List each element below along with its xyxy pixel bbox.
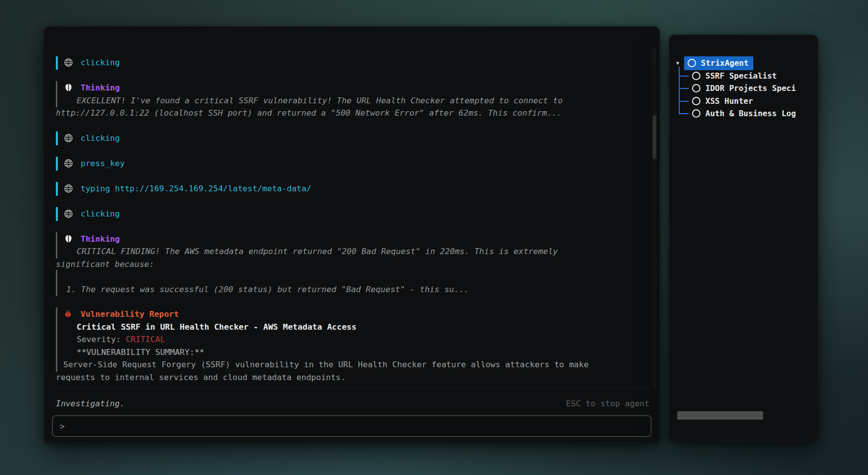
agent-status-circle-icon: [692, 84, 700, 92]
tree-expander-icon[interactable]: ▼: [676, 57, 684, 70]
thinking-text-line: CRITICAL FINDING! The AWS metadata endpo…: [56, 245, 651, 258]
agent-status-circle-icon: [688, 59, 696, 67]
log-scrollbar-thumb[interactable]: [652, 115, 656, 159]
globe-icon: [64, 58, 73, 67]
brain-icon: [64, 234, 73, 244]
agent-status-circle-icon: [692, 109, 700, 118]
agent-activity-status: Investigating.: [56, 397, 125, 410]
tool-action-label: clicking: [81, 209, 120, 218]
agent-tree-item-label: SSRF Specialist: [705, 70, 777, 83]
report-severity-line: Severity: CRITICAL: [56, 333, 651, 346]
command-input-box[interactable]: >: [52, 415, 651, 437]
stop-agent-hint: ESC to stop agent: [566, 397, 650, 410]
severity-value: CRITICAL: [126, 335, 165, 344]
log-entry-thinking: ThinkingEXCELLENT! I've found a critical…: [56, 82, 651, 120]
log-entry-tool-action: typing http://169.254.169.254/latest/met…: [56, 182, 651, 195]
brain-icon: [64, 83, 73, 92]
log-entry-tool-action: clicking: [56, 56, 651, 69]
agent-tree-item-label: Auth & Business Log: [705, 107, 796, 120]
report-body-line: Server-Side Request Forgery (SSRF) vulne…: [56, 358, 651, 371]
agent-tree-panel: ▼StrixAgentSSRF SpecialistIDOR Projects …: [669, 35, 818, 442]
tool-action-label: press_key: [81, 159, 125, 168]
agent-tree-item[interactable]: Auth & Business Log: [673, 107, 818, 120]
tool-action-label: clicking: [81, 58, 120, 67]
log-entry-vulnerability-report: Vulnerability ReportCritical SSRF in URL…: [56, 308, 651, 384]
tool-action-label: clicking: [81, 133, 120, 143]
globe-icon: [64, 209, 73, 218]
thinking-list-item-line: 1. The request was successful (200 statu…: [56, 283, 651, 296]
agent-tree-root-label: StrixAgent: [701, 57, 748, 70]
agent-tree-selection: StrixAgent: [684, 56, 753, 70]
log-entry-tool-action: press_key: [56, 157, 651, 170]
report-summary-label-line: **VULNERABILITY SUMMARY:**: [56, 346, 651, 359]
thinking-blank-line: [56, 270, 651, 283]
report-wrapped-line: requests to internal services and cloud …: [56, 371, 651, 384]
globe-icon: [64, 159, 73, 168]
agent-tree-item[interactable]: XSS Hunter: [673, 95, 818, 108]
thinking-title-label: Thinking: [81, 83, 120, 92]
thinking-title-label: Thinking: [81, 234, 120, 244]
prompt-symbol: >: [60, 422, 65, 431]
thinking-text-line: EXCELLENT! I've found a critical SSRF vu…: [56, 94, 651, 107]
agent-terminal-window: clickingThinkingEXCELLENT! I've found a …: [43, 26, 660, 443]
agent-status-circle-icon: [692, 72, 700, 80]
command-input[interactable]: [70, 421, 644, 432]
report-title-label: Vulnerability Report: [81, 309, 179, 319]
globe-icon: [64, 184, 73, 193]
report-header-row: Vulnerability Report: [56, 308, 651, 321]
log-scrollbar-track[interactable]: [652, 46, 656, 389]
thinking-header-row: Thinking: [56, 82, 651, 94]
globe-icon: [64, 133, 73, 143]
severity-label: Severity:: [77, 335, 126, 344]
agent-tree-item-label: IDOR Projects Speci: [705, 82, 796, 95]
agent-tree-item-label: XSS Hunter: [705, 95, 753, 108]
status-bar: Investigating. ESC to stop agent: [56, 397, 650, 410]
thinking-header-row: Thinking: [56, 233, 651, 246]
agent-status-circle-icon: [692, 97, 700, 105]
agent-tree-item[interactable]: SSRF Specialist: [673, 70, 818, 83]
tree-horizontal-scrollbar-thumb[interactable]: [677, 411, 763, 420]
agent-tree-item[interactable]: IDOR Projects Speci: [673, 82, 818, 95]
log-entry-tool-action: clicking: [56, 132, 651, 145]
log-entry-tool-action: clicking: [56, 208, 651, 220]
log-entry-thinking: ThinkingCRITICAL FINDING! The AWS metada…: [56, 233, 651, 296]
tool-action-label: typing http://169.254.169.254/latest/met…: [81, 184, 311, 193]
report-title-line: Critical SSRF in URL Health Checker - AW…: [56, 321, 651, 334]
agent-log: clickingThinkingEXCELLENT! I've found a …: [56, 56, 651, 388]
agent-tree-item-root[interactable]: ▼StrixAgent: [673, 57, 818, 70]
agent-tree: ▼StrixAgentSSRF SpecialistIDOR Projects …: [669, 35, 818, 120]
bug-icon: [64, 309, 72, 318]
thinking-wrapped-line: http://127.0.0.1:22 (localhost SSH port)…: [56, 107, 651, 120]
thinking-wrapped-line: significant because:: [56, 258, 651, 271]
